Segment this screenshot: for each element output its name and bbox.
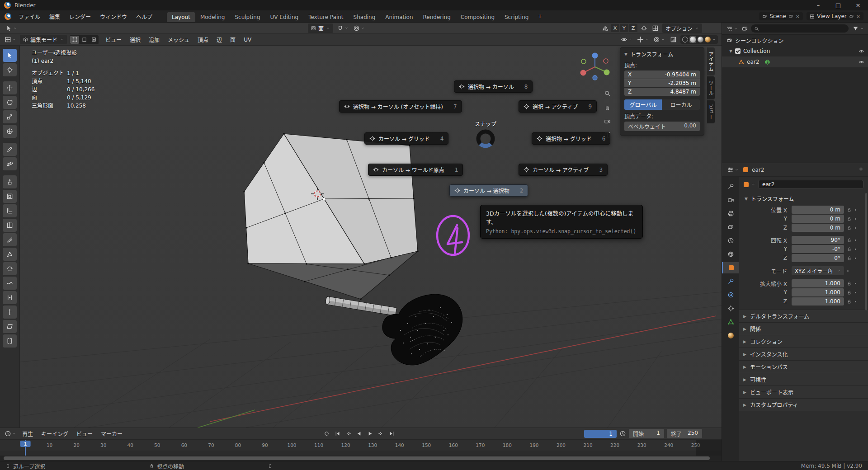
object-type-icon[interactable]: [744, 182, 749, 187]
pie-item-cursor-to-selected[interactable]: カーソル → 選択物 2: [449, 184, 528, 197]
value-field[interactable]: 0°: [792, 254, 844, 262]
orientation-toggle[interactable]: グローバル: [624, 99, 662, 110]
pin-icon[interactable]: [858, 167, 864, 173]
tool-cursor[interactable]: [3, 63, 17, 76]
face-select-button[interactable]: [89, 36, 98, 44]
tool-select-box[interactable]: [3, 49, 17, 62]
lock-icon[interactable]: [847, 299, 852, 304]
new-scene-icon[interactable]: [788, 14, 793, 19]
pan-hand-icon[interactable]: [601, 101, 613, 113]
workspace-tab[interactable]: Layout: [167, 12, 195, 22]
animate-dot[interactable]: [855, 283, 856, 284]
tab-object[interactable]: [722, 262, 739, 273]
auto-key-toggle[interactable]: [322, 429, 331, 438]
tool-bevel[interactable]: [3, 204, 17, 217]
workspace-tab[interactable]: Sculpting: [230, 12, 265, 22]
value-field[interactable]: 90°: [792, 236, 844, 244]
maximize-button[interactable]: □: [828, 0, 848, 10]
vertex-coordinate-field[interactable]: Y-2.2035 m: [624, 79, 700, 87]
tab-tool[interactable]: [722, 181, 739, 192]
tab-scene[interactable]: [722, 235, 739, 246]
timeline-scrollbar[interactable]: [0, 456, 722, 461]
workspace-tab[interactable]: Rendering: [418, 12, 456, 22]
menu-item[interactable]: ファイル: [14, 10, 45, 22]
pie-item-selection-to-active[interactable]: 選択 → アクティブ 9: [519, 100, 597, 113]
tool-shear[interactable]: [3, 320, 17, 333]
rotation-mode-dropdown[interactable]: XYZ オイラー角: [792, 266, 844, 275]
play-button[interactable]: [365, 429, 375, 438]
viewport-menu-item[interactable]: 頂点: [193, 34, 212, 46]
tool-measure[interactable]: [3, 157, 17, 170]
visibility-eye-icon[interactable]: [859, 48, 864, 54]
tab-world[interactable]: [722, 249, 739, 260]
animate-dot[interactable]: [855, 292, 856, 293]
bevel-weight-field[interactable]: ベベルウェイト 0.00: [624, 122, 700, 131]
expand-icon[interactable]: ▼: [729, 49, 732, 53]
sidebar-tab[interactable]: ビュー: [707, 100, 715, 123]
menu-item[interactable]: レンダー: [65, 10, 95, 22]
outliner-row-ear2[interactable]: ear2: [722, 56, 868, 67]
tool-transform[interactable]: [3, 125, 17, 138]
mirror-axis-toggle[interactable]: X: [611, 24, 619, 32]
pie-item-selection-to-cursor[interactable]: 選択物 → カーソル 8: [454, 80, 533, 93]
tab-physics[interactable]: [722, 289, 739, 301]
sidebar-tab[interactable]: ツール: [707, 76, 715, 99]
wireframe-shading-button[interactable]: [682, 37, 688, 42]
scene-selector[interactable]: Scene ×: [759, 12, 803, 20]
timeline-editor-type-button[interactable]: [4, 429, 17, 438]
tool-rip-region[interactable]: [3, 334, 17, 348]
tool-move[interactable]: [3, 81, 17, 94]
new-layer-icon[interactable]: [849, 14, 854, 19]
animate-dot[interactable]: [855, 227, 856, 229]
outliner-row-collection[interactable]: ▼ Collection: [722, 46, 868, 56]
solid-shading-button[interactable]: [689, 36, 696, 43]
property-section[interactable]: ▶コレクション: [739, 335, 868, 348]
grid-options-icon[interactable]: [651, 24, 660, 33]
tab-view-layer[interactable]: [722, 221, 739, 233]
options-dropdown[interactable]: オプション: [662, 24, 702, 33]
value-field[interactable]: 0 m: [792, 206, 844, 214]
animate-dot[interactable]: [855, 301, 856, 302]
object-name-field[interactable]: ear2: [758, 180, 863, 189]
timeline-track[interactable]: [0, 451, 722, 456]
mirror-axis-toggle[interactable]: Y: [620, 24, 628, 32]
tab-render[interactable]: [722, 194, 739, 206]
tool-smooth[interactable]: [3, 277, 17, 290]
workspace-tab[interactable]: Shading: [349, 12, 381, 22]
viewport-menu-item[interactable]: 選択: [126, 34, 145, 46]
animate-dot[interactable]: [847, 270, 849, 272]
collection-checkbox[interactable]: [735, 48, 741, 54]
timeline-menu-item[interactable]: キーイング: [37, 430, 72, 437]
zoom-icon[interactable]: [601, 87, 613, 99]
active-tool-button[interactable]: [5, 24, 18, 33]
outliner-search-input[interactable]: [751, 24, 849, 33]
camera-view-icon[interactable]: [601, 115, 613, 127]
tool-loop-cut[interactable]: [3, 219, 17, 232]
workspace-tab[interactable]: Compositing: [456, 12, 500, 22]
viewport-menu-item[interactable]: 追加: [145, 34, 164, 46]
property-section[interactable]: ▶カスタムプロパティ: [739, 398, 868, 411]
mode-dropdown[interactable]: 編集モード: [20, 35, 67, 44]
next-keyframe-button[interactable]: [376, 429, 386, 438]
property-section[interactable]: ▶関係: [739, 322, 868, 335]
visibility-eye-icon[interactable]: [859, 59, 864, 65]
add-workspace-button[interactable]: +: [533, 10, 546, 22]
pie-item-selection-to-cursor-offset[interactable]: 選択物 → カーソル (オフセット維持) 7: [339, 100, 462, 113]
unlink-scene-icon[interactable]: ×: [796, 14, 800, 19]
viewport-menu-item[interactable]: 辺: [212, 34, 226, 46]
shading-options-icon[interactable]: [712, 38, 716, 42]
vertex-select-button[interactable]: [70, 36, 79, 44]
pie-item-selection-to-grid[interactable]: 選択物 → グリッド 6: [532, 132, 610, 145]
pie-item-cursor-to-active[interactable]: カーソル → アクティブ 3: [519, 164, 608, 176]
animate-dot[interactable]: [855, 258, 856, 259]
proportional-edit-toggle[interactable]: [352, 24, 366, 33]
edge-select-button[interactable]: [80, 36, 89, 44]
navigation-gizmo[interactable]: [580, 53, 610, 80]
jump-to-end-button[interactable]: [387, 429, 396, 438]
properties-editor-type-button[interactable]: [726, 165, 740, 174]
rendered-shading-button[interactable]: [705, 37, 711, 42]
snap-options-icon[interactable]: [640, 24, 649, 33]
lock-icon[interactable]: [847, 247, 852, 252]
mirror-axis-toggle[interactable]: Z: [629, 24, 637, 32]
tab-modifiers[interactable]: [722, 276, 739, 287]
